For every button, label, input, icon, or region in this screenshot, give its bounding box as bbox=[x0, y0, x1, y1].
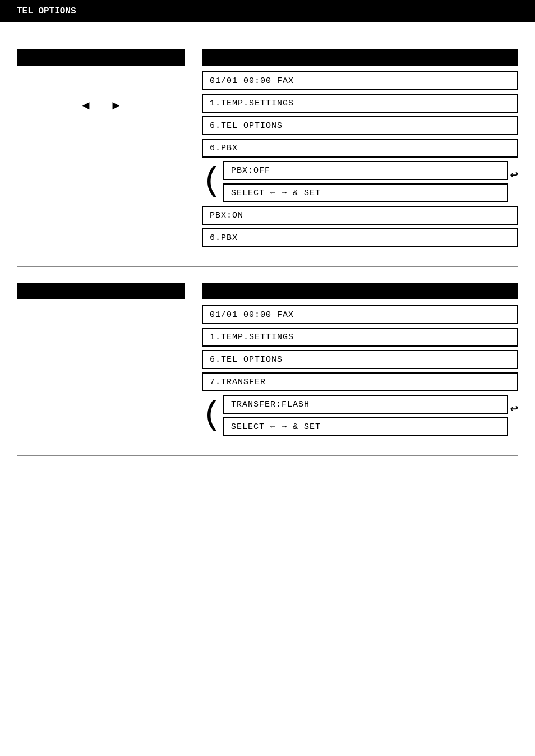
section2-right-panel: 01/01 00:00 FAX 1.TEMP.SETTINGS 6.TEL OP… bbox=[202, 283, 518, 440]
section1-lcd-7: 6.PBX bbox=[202, 228, 518, 247]
section1-lcd-1: 1.TEMP.SETTINGS bbox=[202, 94, 518, 113]
section1-brace-boxes: PBX:OFF SELECT ← → & SET bbox=[223, 161, 508, 206]
section1-lcd-5: SELECT ← → & SET bbox=[223, 183, 508, 202]
section2-brace-section: ( TRANSFER:FLASH SELECT ← → & SET ↩ bbox=[202, 395, 518, 440]
top-header-bar: TEL OPTIONS bbox=[0, 0, 535, 22]
section2-brace-right: ↩ bbox=[510, 400, 518, 417]
section2-lcd-0: 01/01 00:00 FAX bbox=[202, 305, 518, 324]
section2-brace-left: ( bbox=[202, 398, 222, 432]
section1-left-header bbox=[17, 49, 185, 66]
section1-lcd-6: PBX:ON bbox=[202, 206, 518, 225]
bottom-separator bbox=[17, 455, 518, 456]
left-arrow: ◄ bbox=[82, 99, 90, 113]
section2-left-header bbox=[17, 283, 185, 299]
section-2: 01/01 00:00 FAX 1.TEMP.SETTINGS 6.TEL OP… bbox=[0, 277, 535, 445]
right-arrow: ► bbox=[112, 99, 119, 113]
section2-lcd-1: 1.TEMP.SETTINGS bbox=[202, 328, 518, 347]
section1-lcd-0: 01/01 00:00 FAX bbox=[202, 71, 518, 90]
section2-lcd-4: TRANSFER:FLASH bbox=[223, 395, 508, 414]
section-1: ◄ ► 01/01 00:00 FAX 1.TEMP.SETTINGS 6.TE… bbox=[0, 43, 535, 256]
section1-lcd-4: PBX:OFF bbox=[223, 161, 508, 180]
section2-lcd-2: 6.TEL OPTIONS bbox=[202, 350, 518, 369]
section2-lcd-3: 7.TRANSFER bbox=[202, 372, 518, 391]
section2-left-panel bbox=[17, 283, 185, 440]
section2-brace-boxes: TRANSFER:FLASH SELECT ← → & SET bbox=[223, 395, 508, 440]
section1-brace-left: ( bbox=[202, 164, 222, 198]
mid-separator bbox=[17, 266, 518, 267]
section1-lcd-3: 6.PBX bbox=[202, 139, 518, 158]
section2-right-header bbox=[202, 283, 518, 299]
section1-right-panel: 01/01 00:00 FAX 1.TEMP.SETTINGS 6.TEL OP… bbox=[202, 49, 518, 251]
section1-right-header bbox=[202, 49, 518, 66]
top-header-title: TEL OPTIONS bbox=[17, 6, 76, 16]
section2-lcd-5: SELECT ← → & SET bbox=[223, 417, 508, 436]
section1-left-panel: ◄ ► bbox=[17, 49, 185, 251]
section1-brace-section: ( PBX:OFF SELECT ← → & SET ↩ bbox=[202, 161, 518, 206]
section1-brace-right: ↩ bbox=[510, 167, 518, 183]
section2-left-content bbox=[17, 305, 185, 316]
section1-left-content bbox=[17, 71, 185, 82]
section1-arrow-row: ◄ ► bbox=[17, 99, 185, 113]
page-container: TEL OPTIONS ◄ ► 01/01 00:00 FAX 1.TEMP.S bbox=[0, 0, 535, 756]
section1-lcd-2: 6.TEL OPTIONS bbox=[202, 116, 518, 135]
top-separator bbox=[17, 33, 518, 33]
